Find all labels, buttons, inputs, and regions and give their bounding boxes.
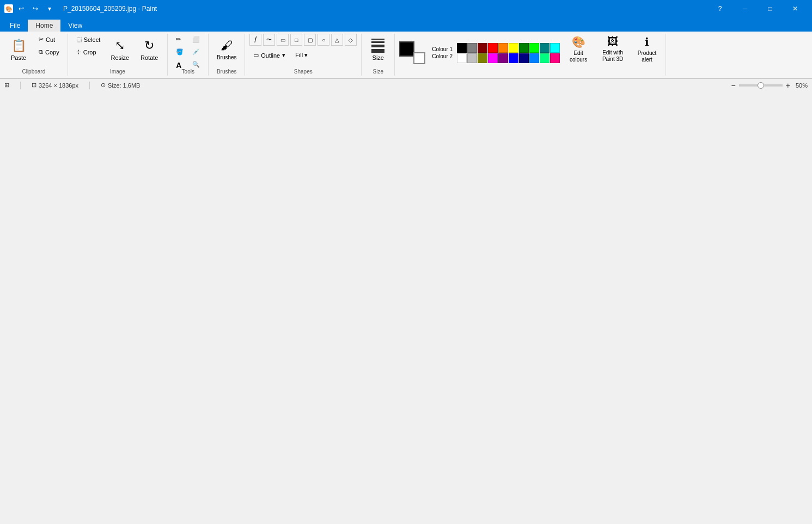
pencil-button[interactable]: ✏ [172,34,187,45]
cut-label: Cut [46,36,55,43]
diamond-shape[interactable]: ◇ [345,34,357,46]
outline-button[interactable]: ▭ Outline ▾ [249,50,289,61]
fill-button[interactable]: 🪣 [172,46,187,58]
brush-button[interactable]: 🖌 Brushes [213,34,240,65]
colour-labels: Colour 1 Colour 2 [432,46,453,59]
eraser-icon: ⬜ [192,36,200,43]
rotate-icon: ↻ [144,39,154,53]
fill-shape-button[interactable]: Fill ▾ [291,50,312,61]
dimensions-icon: ⊡ [32,82,36,89]
undo-button[interactable]: ↩ [15,3,27,15]
zoom-thumb[interactable] [758,82,764,89]
title-bar-left: 🎨 ↩ ↪ ▾ P_20150604_205209.jpg - Paint [4,3,157,15]
select-icon: ⬚ [76,36,82,43]
window-title: P_20150604_205209.jpg - Paint [63,5,157,13]
copy-button[interactable]: ⧉ Copy [35,46,63,58]
colour-cell[interactable] [529,53,539,63]
colour-cell[interactable] [467,43,477,53]
resize-button[interactable]: ⤡ Resize [106,34,133,65]
rotate-label: Rotate [141,54,158,61]
colour-palette [457,43,560,63]
curve-shape[interactable]: 〜 [263,34,275,46]
colour-cell[interactable] [457,53,467,63]
colour-cell[interactable] [478,53,487,63]
round-rect-shape[interactable]: ▢ [304,34,316,46]
tab-home[interactable]: Home [28,20,60,32]
resize-label: Resize [111,54,129,61]
triangle-shape[interactable]: △ [331,34,343,46]
colour-cell[interactable] [540,43,550,53]
ellipse-shape[interactable]: ○ [318,34,329,46]
zoom-plus-btn[interactable]: + [786,81,790,90]
canvas-info: ⊞ [4,82,9,89]
rect2-shape[interactable]: □ [290,34,302,46]
product-alert-button[interactable]: ℹ Product alert [633,34,661,64]
tab-view[interactable]: View [60,20,90,32]
image-label: Image [110,69,125,75]
status-bar: ⊞ ⊡ 3264 × 1836px ⊙ Size: 1,6MB − + 50% [0,78,812,91]
zoom-minus-btn[interactable]: − [731,81,736,90]
picker-button[interactable]: 💉 [188,46,204,58]
dimensions-info: ⊡ 3264 × 1836px [32,82,78,89]
colour-cell[interactable] [550,43,560,53]
size-button[interactable]: Size [366,34,390,65]
status-sep-2 [89,82,90,89]
size-text: Size: 1,6MB [108,82,140,89]
maximize-button[interactable]: □ [758,0,783,17]
colour-cell[interactable] [550,53,560,63]
colour-cell[interactable] [498,43,508,53]
clipboard-group: 📋 Paste ✂ Cut ⧉ Copy Clipboard [0,34,68,76]
colour-cell[interactable] [529,43,539,53]
zoom-controls: − + 50% [731,81,808,90]
help-button[interactable]: ? [707,0,732,17]
zoom-slider[interactable] [739,84,783,87]
minimize-button[interactable]: ─ [732,0,758,17]
dimensions-text: 3264 × 1836px [39,82,78,89]
rotate-button[interactable]: ↻ Rotate [136,34,163,65]
edit-colours-button[interactable]: 🎨 Edit colours [564,34,593,64]
colour-cell[interactable] [519,53,529,63]
colour-cell[interactable] [467,53,477,63]
crop-label: Crop [83,49,96,56]
line-shape[interactable]: / [249,34,261,46]
colour-cell[interactable] [457,43,467,53]
tools-group: ✏ 🪣 A ⬜ 💉 🔍 Tools [168,34,209,76]
tools-label: Tools [182,69,194,75]
paste-icon: 📋 [11,39,26,53]
colour1-swatch[interactable] [399,41,414,57]
crop-button[interactable]: ⊹ Crop [72,46,105,58]
shapes-group: / 〜 ▭ □ ▢ ○ △ ◇ ▭ Outline ▾ Fill ▾ Sha [245,34,362,76]
edit-colours-icon: 🎨 [572,35,585,48]
close-button[interactable]: ✕ [783,0,808,17]
copy-label: Copy [45,49,59,56]
select-button[interactable]: ⬚ Select [72,34,105,45]
product-alert-icon: ℹ [645,35,649,48]
brushes-group: 🖌 Brushes Brushes [209,34,245,76]
paste-button[interactable]: 📋 Paste [4,34,33,65]
colour-cell[interactable] [498,53,508,63]
colour-cell[interactable] [509,53,518,63]
colour-cell[interactable] [488,53,498,63]
colour-cell[interactable] [478,43,487,53]
clipboard-label: Clipboard [22,69,45,75]
colour2-swatch[interactable] [413,52,425,64]
eraser-button[interactable]: ⬜ [188,34,204,45]
rect-shape[interactable]: ▭ [277,34,289,46]
copy-icon: ⧉ [39,48,43,56]
colour-cell[interactable] [488,43,498,53]
colour-cell[interactable] [540,53,550,63]
ribbon: 📋 Paste ✂ Cut ⧉ Copy Clipboard ⬚ S [0,32,812,78]
paste-label: Paste [11,54,26,61]
tab-file[interactable]: File [2,20,28,32]
quick-access-dropdown[interactable]: ▾ [44,3,56,15]
ribbon-tabs: File Home View [0,17,812,32]
colour-cell[interactable] [509,43,518,53]
paint3d-icon: 🖼 [607,35,618,48]
quick-access: 🎨 ↩ ↪ ▾ [4,3,56,15]
colours-group: Colour 1 Colour 2 🎨 Edit colours 🖼 Edit … [395,34,666,76]
edit-paint3d-button[interactable]: 🖼 Edit with Paint 3D [597,34,628,64]
colour-cell[interactable] [519,43,529,53]
cut-button[interactable]: ✂ Cut [35,34,63,45]
size-label: Size [373,54,384,61]
redo-button[interactable]: ↪ [29,3,41,15]
